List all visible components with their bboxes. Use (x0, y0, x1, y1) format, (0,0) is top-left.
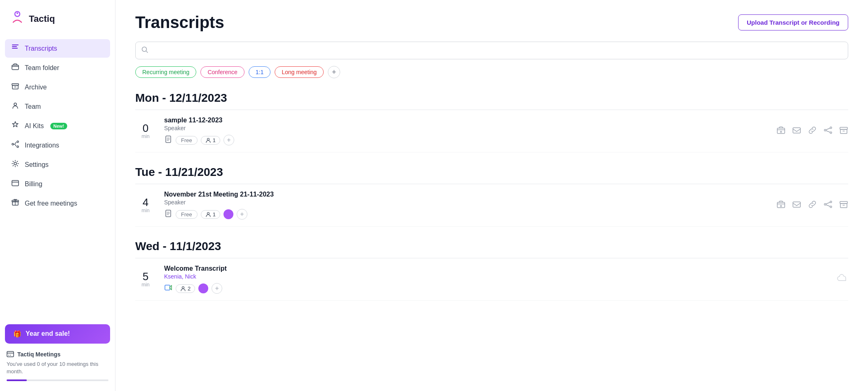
meetings-title: Tactiq Meetings (17, 351, 61, 358)
ai-kits-label: AI Kits (25, 122, 44, 130)
svg-rect-37 (840, 204, 847, 208)
sidebar-item-get-free[interactable]: Get free meetings (5, 194, 110, 213)
meeting-item-2-0: 5 min Welcome Transcript Ksenia, Nick (135, 258, 848, 301)
source-icon-1-0[interactable] (164, 209, 172, 220)
link-icon[interactable] (808, 126, 817, 137)
svg-rect-3 (12, 46, 17, 47)
filter-tags: Recurring meeting Conference 1:1 Long me… (135, 66, 848, 78)
main-content: Transcripts Upload Transcript or Recordi… (115, 0, 868, 391)
svg-point-26 (830, 132, 832, 133)
archive-meeting-icon-1[interactable] (839, 200, 848, 211)
link-icon-1[interactable] (808, 200, 817, 211)
svg-rect-4 (12, 48, 18, 49)
duration-num: 4 (135, 197, 156, 208)
email-icon[interactable] (792, 126, 801, 137)
meeting-tags-2-0: 2 + (164, 283, 828, 294)
meeting-duration-0-0: 0 min (135, 123, 156, 139)
filter-one-on-one[interactable]: 1:1 (249, 66, 271, 78)
sidebar-bottom: 🎁 Year end sale! Tactiq Meetings You've … (0, 318, 115, 391)
archive-label: Archive (25, 84, 47, 91)
date-heading-1: Tue - 11/21/2023 (135, 166, 848, 179)
filter-conference[interactable]: Conference (200, 66, 244, 78)
meeting-tags-1-0: Free 1 + (164, 209, 768, 220)
meetings-info: Tactiq Meetings You've used 0 of your 10… (5, 350, 110, 384)
svg-point-39 (182, 287, 184, 289)
billing-label: Billing (25, 180, 42, 188)
integrations-label: Integrations (25, 142, 59, 149)
participants-0-0[interactable]: 1 (201, 136, 220, 145)
integrations-icon (11, 140, 20, 150)
svg-point-30 (207, 213, 209, 215)
add-to-folder-icon[interactable] (776, 126, 786, 137)
meeting-speaker-1-0: Speaker (164, 199, 768, 206)
sidebar-item-integrations[interactable]: Integrations (5, 136, 110, 155)
sidebar-item-settings[interactable]: Settings (5, 155, 110, 174)
participants-1-0[interactable]: 1 (201, 210, 220, 219)
billing-icon (11, 179, 20, 189)
avatar-2-0 (198, 283, 208, 293)
date-heading-2: Wed - 11/1/2023 (135, 240, 848, 253)
team-folder-label: Team folder (25, 64, 59, 72)
ai-kits-badge: New! (50, 123, 67, 129)
search-input[interactable] (135, 42, 848, 59)
add-tag-1-0[interactable]: + (237, 209, 247, 220)
source-icon-2-0[interactable] (164, 283, 172, 294)
email-icon-1[interactable] (792, 200, 801, 211)
logo-text: Tactiq (29, 14, 55, 24)
add-filter-button[interactable]: + (328, 66, 340, 78)
archive-meeting-icon[interactable] (839, 126, 848, 137)
sidebar-item-team-folder[interactable]: Team folder (5, 59, 110, 77)
avatar-1-0 (223, 209, 233, 219)
svg-rect-16 (7, 351, 14, 357)
team-label: Team (25, 103, 41, 110)
badge-free-0-0[interactable]: Free (176, 136, 198, 145)
duration-label: min (135, 282, 156, 288)
share-icon-1[interactable] (823, 200, 833, 211)
meeting-title-1-0[interactable]: November 21st Meeting 21-11-2023 (164, 191, 768, 198)
upload-transcript-button[interactable]: Upload Transcript or Recording (738, 14, 848, 30)
sidebar: Tactiq Transcripts Team folder Archive (0, 0, 115, 391)
svg-rect-28 (840, 129, 847, 133)
meeting-actions-2-0 (837, 272, 848, 286)
sidebar-item-billing[interactable]: Billing (5, 175, 110, 193)
svg-point-25 (824, 129, 826, 131)
transcripts-icon (11, 43, 20, 54)
add-tag-2-0[interactable]: + (212, 283, 222, 294)
add-to-folder-icon-1[interactable] (776, 200, 786, 211)
duration-num: 0 (135, 123, 156, 133)
ai-kits-icon (11, 121, 20, 131)
meeting-title-0-0[interactable]: sample 11-12-2023 (164, 117, 768, 124)
svg-point-19 (142, 47, 147, 52)
get-free-label: Get free meetings (25, 200, 77, 207)
svg-point-17 (8, 355, 9, 356)
svg-point-8 (14, 103, 16, 105)
progress-bar-fill (7, 379, 27, 381)
meeting-title-2-0[interactable]: Welcome Transcript (164, 265, 828, 272)
svg-point-35 (830, 206, 832, 208)
date-group-0: Mon - 12/11/2023 0 min sample 11-12-2023… (135, 91, 848, 152)
year-end-sale-button[interactable]: 🎁 Year end sale! (5, 324, 110, 344)
sidebar-item-team[interactable]: Team (5, 97, 110, 116)
meeting-info-1-0: November 21st Meeting 21-11-2023 Speaker… (164, 191, 768, 220)
svg-point-9 (12, 143, 14, 145)
svg-rect-13 (12, 180, 19, 186)
sidebar-item-archive[interactable]: Archive (5, 78, 110, 96)
sidebar-item-transcripts[interactable]: Transcripts (5, 39, 110, 58)
badge-free-1-0[interactable]: Free (176, 210, 198, 219)
transcripts-label: Transcripts (25, 45, 57, 52)
archive-icon (11, 82, 20, 92)
add-tag-0-0[interactable]: + (223, 135, 234, 145)
filter-long-meeting[interactable]: Long meeting (275, 66, 324, 78)
participants-2-0[interactable]: 2 (176, 284, 195, 293)
meeting-speaker-2-0: Ksenia, Nick (164, 273, 828, 280)
filter-recurring-meeting[interactable]: Recurring meeting (135, 66, 196, 78)
meeting-speaker-0-0: Speaker (164, 125, 768, 131)
svg-point-33 (830, 201, 832, 203)
gift-icon (11, 198, 20, 208)
share-icon[interactable] (823, 126, 833, 137)
team-icon (11, 101, 20, 112)
cloud-icon[interactable] (837, 272, 848, 286)
search-icon (141, 46, 148, 55)
sidebar-item-ai-kits[interactable]: AI Kits New! (5, 117, 110, 135)
source-icon-0-0[interactable] (164, 135, 172, 145)
